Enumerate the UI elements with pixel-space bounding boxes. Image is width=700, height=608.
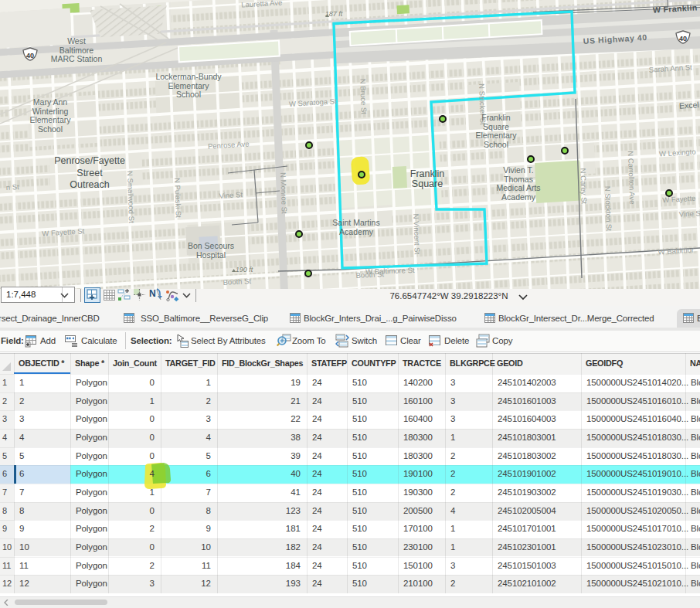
svg-text:Square: Square: [483, 122, 509, 131]
svg-text:Vivien T.: Vivien T.: [503, 165, 533, 175]
svg-text:Outreach: Outreach: [70, 179, 109, 190]
svg-text:Bon Secours: Bon Secours: [188, 241, 234, 250]
svg-text:School: School: [38, 124, 63, 134]
svg-text:Lockerman-Bundy: Lockerman-Bundy: [155, 72, 222, 81]
svg-text:Vine S: Vine S: [679, 209, 700, 219]
svg-text:School: School: [176, 90, 201, 99]
svg-text:Hospital: Hospital: [196, 250, 226, 260]
svg-text:Elementary: Elementary: [168, 81, 209, 90]
svg-text:Franklin: Franklin: [481, 113, 511, 122]
svg-text:190 ft: 190 ft: [236, 266, 253, 273]
svg-text:Academy: Academy: [501, 192, 536, 202]
svg-text:Street: Street: [76, 168, 103, 178]
svg-text:Booth St: Booth St: [355, 270, 384, 280]
svg-text:School: School: [484, 140, 508, 149]
svg-text:N Vincent St: N Vincent St: [412, 213, 422, 254]
svg-text:Excel: Excel: [679, 100, 699, 110]
svg-text:40: 40: [26, 52, 34, 59]
svg-text:Academy: Academy: [339, 227, 374, 236]
svg-text:West: West: [67, 36, 86, 46]
svg-text:Booth St: Booth St: [223, 277, 251, 287]
svg-text:Elementary: Elementary: [475, 131, 517, 140]
svg-text:Penrose/Fayette: Penrose/Fayette: [54, 155, 125, 166]
svg-text:N Bruce St: N Bruce St: [358, 79, 369, 115]
svg-text:Mary Ann: Mary Ann: [33, 97, 68, 107]
svg-text:n St: n St: [5, 182, 19, 192]
svg-text:N Carey St: N Carey St: [579, 168, 589, 204]
svg-text:N Pulaski St: N Pulaski St: [173, 178, 183, 218]
svg-text:Vine St: Vine St: [219, 190, 243, 200]
svg-text:N Stockton St: N Stockton St: [603, 186, 613, 232]
svg-text:Square: Square: [412, 178, 443, 189]
svg-text:N Monroe St: N Monroe St: [279, 172, 289, 214]
svg-text:MARC Station: MARC Station: [51, 54, 103, 63]
svg-text:N: N: [149, 288, 156, 299]
svg-text:Saint Martins: Saint Martins: [332, 218, 379, 227]
svg-text:40: 40: [679, 35, 687, 42]
svg-text:Winterling: Winterling: [32, 107, 69, 116]
svg-text:Elementary: Elementary: [29, 115, 71, 124]
svg-text:Thomas: Thomas: [504, 175, 533, 184]
svg-text:Medical Arts: Medical Arts: [496, 183, 540, 192]
svg-text:Baltimore: Baltimore: [59, 46, 94, 55]
